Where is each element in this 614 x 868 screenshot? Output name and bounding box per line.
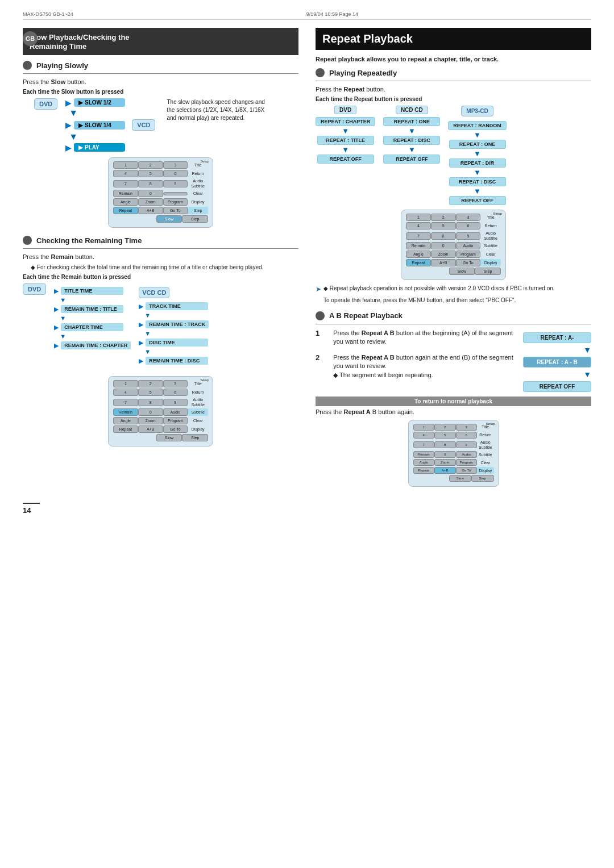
btn-6: 6 <box>163 170 188 177</box>
remain-row-4: ▶ REMAIN TIME : CHAPTER <box>54 341 131 349</box>
rbox-off-ncd: REPEAT OFF <box>383 155 440 164</box>
each-time-slow-label: Each time the Slow button is pressed <box>23 89 298 95</box>
ab-flow: REPEAT : A- ▼ REPEAT : A - B ▼ REPEAT OF… <box>523 332 591 392</box>
rbox-off-dvd: REPEAT OFF <box>317 155 374 164</box>
btn-step-r: Step <box>182 215 208 223</box>
left-column: Slow Playback/Checking the Remaining Tim… <box>23 28 298 491</box>
repeat-flow-area: DVD REPEAT : CHAPTER ▼ REPEAT : TITLE ▼ … <box>316 106 591 205</box>
rbox-one: REPEAT : ONE <box>383 117 440 126</box>
btn-9: 9 <box>163 180 188 187</box>
rarrow-col1b: ▼ <box>342 146 349 153</box>
dvd-label-slow: DVD <box>34 98 57 110</box>
note-2: To operate this feature, press the MENU … <box>316 297 591 304</box>
btn-7: 7 <box>113 180 138 187</box>
header-middle: 9/19/04 10:59 Page 14 <box>306 11 358 17</box>
rrep-6: Repeat A+B Go To Display <box>406 259 501 266</box>
btn-1: 1 <box>113 161 138 169</box>
down-arrow-1: ▼ <box>69 108 78 118</box>
rarrow-col3a: ▼ <box>474 131 481 139</box>
vrarrow-3: ▶ <box>139 339 143 347</box>
rab-4: Remain 0 Audio Subtitle <box>413 451 494 458</box>
rab-6: Repeat A+B Go To Display <box>413 467 494 474</box>
vcd-row-1: ▶ TRACK TIME <box>139 302 211 310</box>
checking-remaining-press: Press the Remain button. <box>23 253 298 260</box>
label-return: Return <box>188 171 208 176</box>
rab-1: 1 2 3 Title <box>413 424 494 431</box>
remote-wrap-ab: Setup 1 2 3 Title 4 5 6 Return 7 8 9 <box>316 420 591 487</box>
rbox-track-time: TRACK TIME <box>146 302 208 310</box>
rbox-chapter-time: CHAPTER TIME <box>61 323 123 331</box>
rrep-1: 1 2 3 Title <box>406 214 501 221</box>
rarrow-col3d: ▼ <box>474 187 481 195</box>
rbox-disc: REPEAT : DISC <box>383 136 440 145</box>
remain-col-vcd: VCD CD ▶ TRACK TIME ▼ ▶ REMAIN TIME : TR… <box>139 287 211 365</box>
step-1-num: 1 <box>316 329 320 337</box>
bullet-icon <box>23 61 32 70</box>
bullet-icon-4 <box>316 311 325 320</box>
rbox-disc-time: DISC TIME <box>146 339 208 347</box>
page-number: 14 <box>23 503 40 515</box>
vrarrow-d1: ▼ <box>144 312 211 319</box>
repeat-col-mp3: MP3-CD REPEAT : RANDOM ▼ REPEAT : ONE ▼ … <box>448 106 506 205</box>
rbox-title-time: TITLE TIME <box>61 287 123 295</box>
flow-row-3: ▶ ▶ PLAY <box>65 143 155 152</box>
setup-label-2: Setup <box>200 378 209 382</box>
vcd-label-slow: VCD <box>132 119 155 131</box>
vrarrow-2: ▶ <box>139 321 143 328</box>
btn-remain: Remain <box>113 190 138 197</box>
repeat-col-ncd: NCD CD REPEAT : ONE ▼ REPEAT : DISC ▼ RE… <box>383 106 440 205</box>
rarrow-col1: ▼ <box>342 127 349 135</box>
rrep-2: 4 5 6 Return <box>406 222 501 229</box>
playing-repeatedly-press: Press the Repeat button. <box>316 86 591 93</box>
flow-box-play: ▶ PLAY <box>74 143 125 152</box>
remote-wrap-slow: Setup 1 2 3 Title 4 5 6 Return 7 8 9 <box>23 157 298 228</box>
ab-arrow-2: ▼ <box>583 370 591 379</box>
remote-row-2: 4 5 6 Return <box>113 170 208 177</box>
vcd-cd-label-remain: VCD CD <box>139 287 211 298</box>
vcd-row-4: ▶ REMAIN TIME : DISC <box>139 357 211 365</box>
step-1-row: 1 Press the Repeat A B button at the beg… <box>316 329 516 350</box>
rrep-4: Remain 0 Audio Subtitle <box>406 242 501 249</box>
checking-remaining-subtitle: Checking the Remaining Time <box>23 236 298 245</box>
rarrow-d3: ▼ <box>60 333 131 340</box>
btn-audio <box>163 192 188 195</box>
btn-5: 5 <box>138 170 163 177</box>
rbox-random: REPEAT : RANDOM <box>448 121 506 130</box>
slow-flow-diagram: DVD ▶ ▶ SLOW 1/2 ▼ ▶ ▶ SLOW 1/4 VCD ▼ <box>34 98 298 152</box>
remote-body-slow: Setup 1 2 3 Title 4 5 6 Return 7 8 9 <box>108 157 213 228</box>
btn-3: 3 <box>163 161 188 169</box>
rab-2: 4 5 6 Return <box>413 432 494 439</box>
setup-label-4: Setup <box>486 422 495 425</box>
vrarrow-d3: ▼ <box>144 348 211 355</box>
header-left: MAX-DS750 GB-1~24 <box>23 11 73 17</box>
rarrow-col3c: ▼ <box>474 169 481 176</box>
flow-box-slow2: ▶ SLOW 1/4 <box>74 121 125 130</box>
slow-playback-title: Slow Playback/Checking the Remaining Tim… <box>23 28 298 55</box>
remote-body-ab: Setup 1 2 3 Title 4 5 6 Return 7 8 9 <box>408 420 499 487</box>
vrarrow-1: ▶ <box>139 303 143 310</box>
ab-arrow-1: ▼ <box>583 345 591 354</box>
label-audio-sub: Audio Subtitle <box>188 178 208 189</box>
btn-repeat-ab: A+B <box>138 207 163 214</box>
remote-row-1: 1 2 3 Title <box>113 161 208 169</box>
remain-row-3: ▶ CHAPTER TIME <box>54 323 131 331</box>
rab-5: Angle Zoom Program Clear <box>413 459 494 466</box>
flow-row-1: ▶ ▶ SLOW 1/2 <box>65 98 155 107</box>
note-1: ➤ ◆ Repeat playback operation is not pos… <box>316 285 591 294</box>
ab-repeat-subtitle: A B Repeat Playback <box>316 311 591 320</box>
remote-body-remain: Setup 1 2 3 Title 4 5 6 Return 7 8 9 <box>108 376 213 446</box>
rr-5: Angle Zoom Program Clear <box>113 417 208 424</box>
each-time-remain-label: Each time the Remain button is pressed <box>23 274 298 280</box>
rr-3: 7 8 9 Audio Subtitle <box>113 397 208 407</box>
step-2-row: 2 Press the Repeat A B button again at t… <box>316 353 516 383</box>
rr-7: Slow Step <box>113 434 208 441</box>
divider-2 <box>23 248 298 249</box>
rrep-7: Slow Step <box>406 268 501 275</box>
rab-3: 7 8 9 Audio Subtitle <box>413 440 494 450</box>
rarrow-col3b: ▼ <box>474 150 481 157</box>
ab-steps: 1 Press the Repeat A B button at the beg… <box>316 329 516 386</box>
return-press: Press the Repeat A B button again. <box>316 408 591 415</box>
btn-4: 4 <box>113 170 138 177</box>
flow-arrow-1: ▶ <box>65 99 72 107</box>
remain-col-dvd: ▶ TITLE TIME ▼ ▶ REMAIN TIME : TITLE ▼ ▶… <box>54 287 131 365</box>
